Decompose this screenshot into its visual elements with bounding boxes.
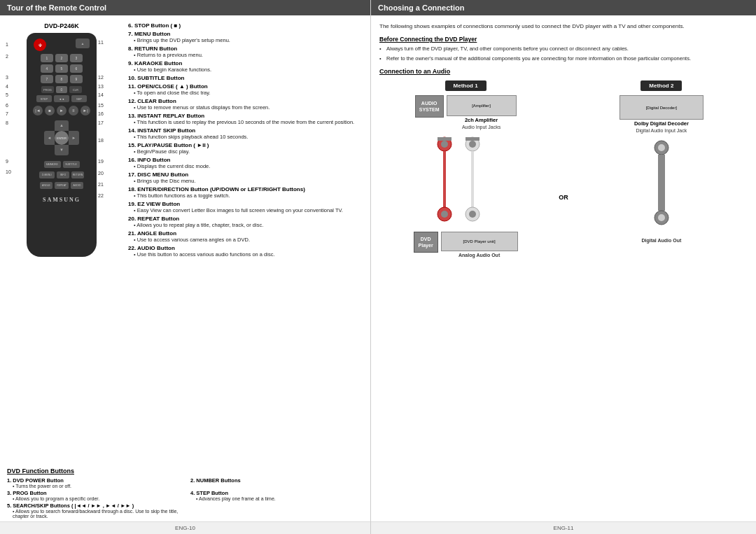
right-panel: Choosing a Connection The following show… <box>371 0 756 534</box>
svg-point-13 <box>658 144 665 151</box>
button-item-desc: This function skips playback ahead 10 se… <box>128 134 361 140</box>
return-btn[interactable]: RETURN <box>71 171 84 178</box>
button-item: 17. DISC MENU ButtonBrings up the Disc m… <box>128 171 361 184</box>
button-item-title: 18. ENTER/DIRECTION Button (UP/DOWN or L… <box>128 186 361 192</box>
play-btn[interactable]: ► <box>57 106 66 115</box>
num-btn-7[interactable]: 7 <box>41 75 53 83</box>
button-item-desc: To open and close the disc tray. <box>128 90 361 96</box>
method2-diagram-svg <box>620 137 704 235</box>
method2-out-label: Digital Audio Out <box>641 238 681 243</box>
num-btn-3[interactable]: 3 <box>70 54 83 62</box>
repeat-btn[interactable]: REPEAT <box>55 182 69 189</box>
clear-btn[interactable]: CLR <box>69 86 82 93</box>
next-btn[interactable]: ►| <box>80 106 90 115</box>
zero-btn[interactable]: 0 <box>56 86 67 93</box>
button-item-title: 13. INSTANT REPLAY Button <box>128 113 361 119</box>
button-item-desc: Easy View can convert Letter Box images … <box>128 207 361 213</box>
karaoke-btn[interactable]: KARAOKE <box>44 161 61 168</box>
func-item-desc: Turns the power on or off. <box>7 484 180 489</box>
button-list: 6. STOP Button ( ■ )7. MENU ButtonBrings… <box>118 22 365 458</box>
svg-point-1 <box>441 141 448 148</box>
button-item-desc: Use to remove menus or status displays f… <box>128 104 361 111</box>
button-item-title: 16. INFO Button <box>128 157 361 163</box>
sep-btn[interactable]: SEP <box>71 95 87 102</box>
button-item: 9. KARAOKE ButtonUse to begin Karaoke fu… <box>128 60 361 73</box>
intro-text: The following shows examples of connecti… <box>379 22 748 30</box>
number-grid: 1 2 3 4 5 6 7 8 9 <box>41 54 83 83</box>
button-item: 19. EZ VIEW ButtonEasy View can convert … <box>128 201 361 213</box>
info-btn[interactable]: INFO <box>57 171 69 178</box>
func-grid: 1. DVD POWER ButtonTurns the power on or… <box>7 477 363 519</box>
button-item-desc: Use to begin Karaoke functions. <box>128 66 361 73</box>
bottom-row3: ANGLE REPEAT AUDIO <box>40 182 83 189</box>
button-item: 21. ANGLE ButtonUse to access various ca… <box>128 230 361 243</box>
button-item: 16. INFO ButtonDisplays the current disc… <box>128 157 361 169</box>
button-item-title: 9. KARAOKE Button <box>128 60 361 66</box>
button-item-desc: Displays the current disc mode. <box>128 163 361 169</box>
remote-area: DVD-P246K 1 2 3 4 5 6 7 8 9 10 <box>6 22 118 458</box>
dvd-player-label: DVDPlayer <box>419 237 433 248</box>
method1-out-label: Analog Audio Out <box>458 253 500 258</box>
page-container: Tour of the Remote Control DVD-P246K 1 2… <box>0 0 756 534</box>
before-connecting-title: Before Connecting the DVD Player <box>379 36 748 43</box>
func-item-desc: Allows you to program a specific order. <box>7 496 180 501</box>
func-item-title: 4. STEP Button <box>190 490 363 496</box>
subtitle-btn[interactable]: SUBTITLE <box>63 161 80 168</box>
method2-header: Method 2 <box>640 80 682 91</box>
bottom-row: KARAOKE SUBTITLE <box>44 161 80 168</box>
num-btn-2[interactable]: 2 <box>55 54 68 62</box>
button-item-desc: Use to access various camera angles on a… <box>128 237 361 243</box>
svg-rect-14 <box>658 155 665 211</box>
amplifier-device: [Amplifier] <box>447 95 517 116</box>
stop-btn[interactable]: ■ <box>45 106 55 115</box>
bullet-item: Always turn off the DVD player, TV, and … <box>379 45 748 53</box>
button-item: 18. ENTER/DIRECTION Button (UP/DOWN or L… <box>128 186 361 199</box>
num-btn-4[interactable]: 4 <box>41 64 53 73</box>
func-item: 3. PROG ButtonAllows you to program a sp… <box>7 490 180 501</box>
button-item-title: 21. ANGLE Button <box>128 230 361 237</box>
bullet-item: Refer to the owner's manual of the addit… <box>379 55 748 63</box>
dpad-down[interactable]: ▼ <box>55 145 69 155</box>
method2-device-label: Dolby Digital Decoder <box>634 120 689 127</box>
step-btn[interactable]: STEP <box>36 95 52 102</box>
prog-row: PROG 0 CLR <box>41 86 82 93</box>
right-content: The following shows examples of connecti… <box>371 15 756 521</box>
prog-btn[interactable]: PROG <box>41 86 54 93</box>
dpad-enter[interactable]: ENTER <box>55 131 69 145</box>
replay-btn[interactable]: ◄◄ <box>54 95 69 102</box>
svg-rect-2 <box>443 151 446 207</box>
prev-btn[interactable]: |◄ <box>33 106 43 115</box>
dpad[interactable]: ▲ ▼ ◄ ► ENTER <box>44 120 79 155</box>
dvd-player-device: [DVD Player unit] <box>441 232 518 251</box>
button-item-desc: Returns to a previous menu. <box>128 52 361 58</box>
func-item: 4. STEP ButtonAdvances play one frame at… <box>190 490 363 501</box>
angle-btn[interactable]: ANGLE <box>40 182 52 189</box>
button-item-title: 7. MENU Button <box>128 31 361 37</box>
method2-col: Method 2 [Digital Decoder] Dolby Digital… <box>575 80 748 243</box>
num-btn-6[interactable]: 6 <box>70 64 83 73</box>
button-item-desc: Allows you to repeat play a title, chapt… <box>128 222 361 228</box>
func-item-desc: Allows you to search forward/backward th… <box>7 509 180 519</box>
button-item: 13. INSTANT REPLAY ButtonThis function i… <box>128 113 361 125</box>
num-btn-8[interactable]: 8 <box>55 75 68 83</box>
disc-menu-btn[interactable]: D.MENU <box>39 171 55 178</box>
dpad-up[interactable]: ▲ <box>55 120 69 131</box>
or-label: OR <box>555 194 572 201</box>
audio-btn[interactable]: AUDIO <box>71 182 83 189</box>
dpad-left[interactable]: ◄ <box>44 131 55 145</box>
num-btn-9[interactable]: 9 <box>70 75 83 83</box>
num-btn-1[interactable]: 1 <box>41 54 53 62</box>
pause-btn[interactable]: II <box>69 106 78 115</box>
dpad-right[interactable]: ► <box>69 131 79 145</box>
button-item: 6. STOP Button ( ■ ) <box>128 22 361 29</box>
method1-jacks-label: Audio Input Jacks <box>462 125 500 129</box>
button-item-desc: Begin/Pause disc play. <box>128 148 361 155</box>
button-item: 7. MENU ButtonBrings up the DVD player's… <box>128 31 361 43</box>
button-item-title: 6. STOP Button ( ■ ) <box>128 22 361 29</box>
method1-col: Method 1 AUDIOSYSTEM [Amplifier] 2ch Amp… <box>379 80 552 258</box>
button-item-title: 12. CLEAR Button <box>128 98 361 104</box>
num-btn-5[interactable]: 5 <box>55 64 68 73</box>
func-item-title: 3. PROG Button <box>7 490 180 496</box>
left-footer: DVD Function Buttons 1. DVD POWER Button… <box>0 465 370 521</box>
func-item: 2. NUMBER Buttons <box>190 477 363 489</box>
